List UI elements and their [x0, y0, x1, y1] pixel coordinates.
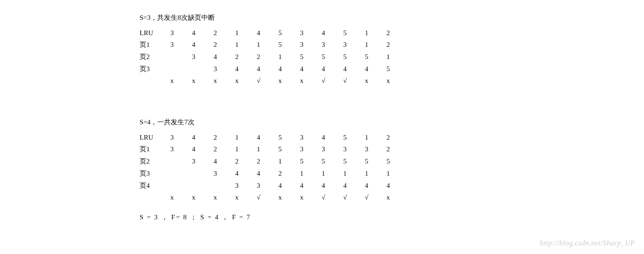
row-label: 页2 [140, 155, 161, 168]
section-s4: S=4，一共发生7次 LRU34214534512页134211533332页2… [140, 118, 644, 222]
cell: x [377, 192, 399, 203]
cell: 3 [291, 39, 313, 51]
cell: x [204, 192, 226, 203]
cell: 4 [334, 63, 356, 75]
cell: 3 [204, 63, 226, 75]
cell: 4 [291, 180, 313, 192]
cell: 5 [269, 39, 291, 51]
table-row: 页134211533332 [140, 143, 399, 155]
cell: 3 [313, 143, 334, 155]
cell: 3 [183, 155, 204, 168]
row-label: 页2 [140, 51, 161, 63]
cell: 2 [248, 51, 269, 63]
cell: √ [313, 75, 334, 86]
cell: 1 [356, 27, 377, 39]
row-label [140, 192, 161, 203]
cell: 1 [356, 39, 377, 51]
cell: 4 [248, 168, 269, 180]
row-label: LRU [140, 27, 161, 39]
cell [183, 63, 204, 75]
cell: 3 [313, 39, 334, 51]
cell: 1 [313, 168, 334, 180]
cell: 5 [334, 155, 356, 168]
cell: x [161, 75, 183, 86]
table-row: 页3344211111 [140, 168, 399, 180]
summary-line: S = 3 ， F= 8 ； S = 4 ， F = 7 [140, 213, 644, 222]
cell [204, 180, 226, 192]
cell: 4 [313, 180, 334, 192]
cell: 5 [377, 63, 399, 75]
cell: x [183, 192, 204, 203]
cell: 4 [226, 168, 248, 180]
cell: x [269, 192, 291, 203]
cell: 3 [334, 143, 356, 155]
cell: 3 [183, 51, 204, 63]
cell: 5 [269, 132, 291, 143]
table-row: 页134211533312 [140, 39, 399, 51]
cell: x [226, 75, 248, 86]
cell: 2 [204, 143, 226, 155]
cell: 4 [183, 39, 204, 51]
cell: 1 [269, 51, 291, 63]
cell: x [291, 75, 313, 86]
cell: x [377, 75, 399, 86]
row-label: 页3 [140, 63, 161, 75]
table-row: 页433444444 [140, 180, 399, 192]
cell: 4 [313, 27, 334, 39]
cell: √ [248, 75, 269, 86]
cell [183, 180, 204, 192]
cell: 3 [291, 27, 313, 39]
cell: 5 [356, 51, 377, 63]
cell [161, 63, 183, 75]
cell: 1 [377, 168, 399, 180]
cell: 3 [204, 168, 226, 180]
cell: 4 [248, 63, 269, 75]
cell: 3 [248, 180, 269, 192]
cell: 3 [161, 39, 183, 51]
cell: 2 [377, 27, 399, 39]
cell: 4 [183, 27, 204, 39]
cell: 1 [269, 155, 291, 168]
cell: x [356, 75, 377, 86]
cell: 4 [356, 180, 377, 192]
cell: 1 [248, 39, 269, 51]
cell: 1 [226, 39, 248, 51]
cell: x [161, 192, 183, 203]
cell: 5 [334, 27, 356, 39]
watermark: http://blog.csdn.net/Sharp_UP [540, 239, 635, 247]
cell: x [226, 192, 248, 203]
cell: 4 [356, 63, 377, 75]
cell: x [269, 75, 291, 86]
cell: x [204, 75, 226, 86]
table-row: 页23422155551 [140, 51, 399, 63]
cell: 2 [248, 155, 269, 168]
section-s4-title: S=4，一共发生7次 [140, 118, 644, 127]
cell: 3 [356, 143, 377, 155]
cell: 5 [269, 27, 291, 39]
cell: 5 [291, 155, 313, 168]
cell: 4 [204, 51, 226, 63]
cell: 2 [377, 132, 399, 143]
cell: 1 [226, 27, 248, 39]
cell: 4 [269, 180, 291, 192]
cell: 4 [313, 63, 334, 75]
cell: 4 [204, 155, 226, 168]
cell: 2 [269, 168, 291, 180]
cell: √ [313, 192, 334, 203]
cell: 3 [291, 143, 313, 155]
table-row: xxxx√xx√√xx [140, 75, 399, 86]
cell: 4 [248, 27, 269, 39]
table-row: 页23422155555 [140, 155, 399, 168]
cell: 5 [334, 51, 356, 63]
cell [161, 180, 183, 192]
cell: 3 [291, 132, 313, 143]
cell: 4 [334, 180, 356, 192]
cell: x [183, 75, 204, 86]
cell: 2 [204, 27, 226, 39]
cell: 4 [183, 132, 204, 143]
row-label: 页3 [140, 168, 161, 180]
cell [161, 155, 183, 168]
cell: 1 [291, 168, 313, 180]
cell: 1 [226, 143, 248, 155]
cell: √ [334, 75, 356, 86]
